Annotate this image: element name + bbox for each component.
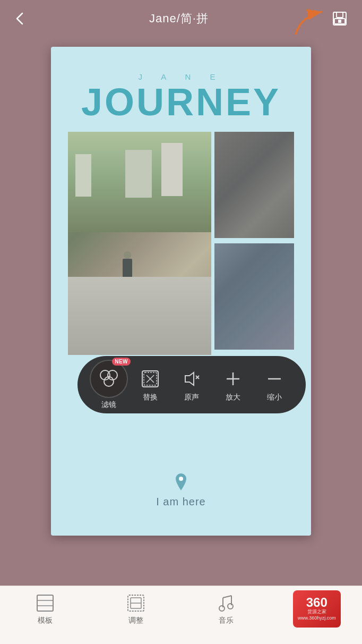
template-icon bbox=[36, 594, 55, 613]
journey-text: JOURNEY bbox=[51, 83, 311, 121]
page-title: Jane/简·拼 bbox=[149, 11, 209, 27]
svg-line-25 bbox=[223, 596, 231, 598]
music-icon bbox=[217, 594, 236, 613]
nav-adjust[interactable]: 调整 bbox=[91, 594, 182, 625]
template-label: 模板 bbox=[38, 616, 53, 625]
photo-main[interactable] bbox=[68, 132, 211, 355]
svg-point-5 bbox=[179, 477, 183, 481]
sound-icon bbox=[180, 367, 203, 391]
zoomin-button[interactable]: 放大 bbox=[212, 367, 254, 402]
location-pin-icon bbox=[174, 472, 188, 492]
save-button[interactable] bbox=[328, 7, 351, 30]
nav-music[interactable]: 音乐 bbox=[181, 594, 272, 625]
header: Jane/简·拼 bbox=[0, 0, 362, 37]
bottom-nav: 模板 调整 音乐 360 货源之家www.360h bbox=[0, 586, 362, 644]
replace-label: 替换 bbox=[143, 393, 158, 402]
svg-rect-19 bbox=[37, 595, 53, 611]
svg-rect-3 bbox=[338, 20, 341, 23]
location-text: I am here bbox=[156, 496, 205, 508]
adjust-label: 调整 bbox=[128, 616, 143, 625]
nav-template[interactable]: 模板 bbox=[0, 594, 91, 625]
zoomin-label: 放大 bbox=[226, 393, 240, 402]
zoomout-icon bbox=[263, 367, 286, 391]
toolbar-popup: NEW 滤镜 替换 bbox=[77, 356, 306, 413]
zoomout-button[interactable]: 缩小 bbox=[254, 367, 295, 402]
new-badge: NEW bbox=[112, 358, 131, 366]
music-label: 音乐 bbox=[219, 616, 234, 625]
jane-text: J A N E bbox=[51, 72, 311, 81]
canvas-area: J A N E JOURNEY bbox=[0, 37, 362, 558]
back-button[interactable] bbox=[11, 9, 30, 28]
sound-label: 原声 bbox=[184, 393, 199, 402]
sound-button[interactable]: 原声 bbox=[171, 367, 212, 402]
svg-point-29 bbox=[228, 604, 233, 609]
zoomout-label: 缩小 bbox=[267, 393, 282, 402]
adjust-icon bbox=[126, 594, 145, 613]
replace-icon bbox=[139, 367, 162, 391]
filter-label: 滤镜 bbox=[101, 400, 116, 410]
zoomin-icon bbox=[221, 367, 245, 391]
badge-360-text: 货源之家www.360hyzj.com bbox=[298, 609, 336, 621]
filter-button[interactable]: NEW 滤镜 bbox=[88, 360, 130, 410]
svg-point-28 bbox=[219, 606, 225, 611]
photo-top-right[interactable] bbox=[214, 132, 294, 238]
badge-360-num: 360 bbox=[306, 596, 327, 609]
location-area: I am here bbox=[51, 472, 311, 508]
replace-button[interactable]: 替换 bbox=[130, 367, 171, 402]
photo-bottom-right[interactable] bbox=[214, 243, 294, 350]
poster-card[interactable]: J A N E JOURNEY bbox=[51, 47, 311, 536]
nav-360[interactable]: 360 货源之家www.360hyzj.com bbox=[272, 594, 363, 628]
svg-marker-13 bbox=[185, 372, 194, 385]
badge-360: 360 货源之家www.360hyzj.com bbox=[293, 590, 341, 628]
svg-rect-1 bbox=[337, 12, 343, 18]
